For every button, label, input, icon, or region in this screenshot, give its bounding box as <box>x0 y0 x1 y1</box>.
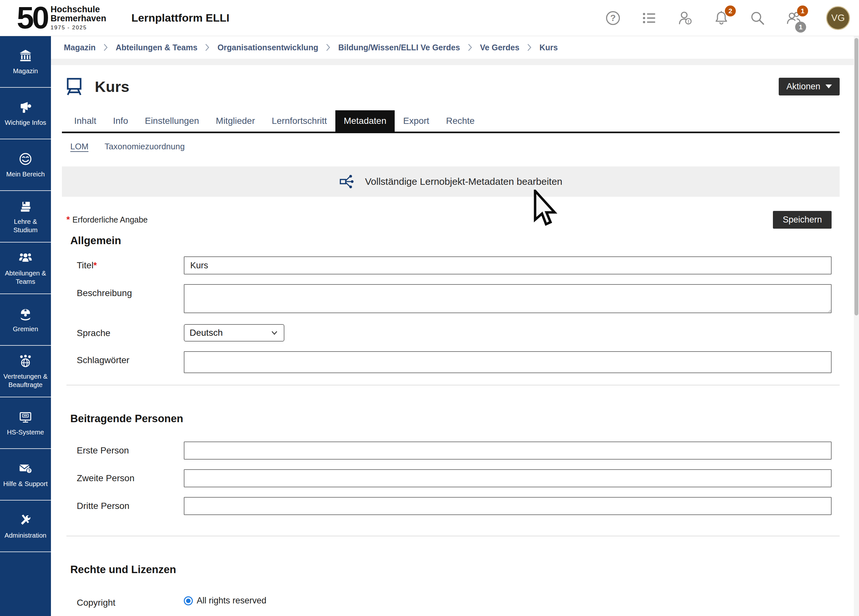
books-icon <box>18 199 33 214</box>
edit-full-metadata-banner[interactable]: Vollständige Lernobjekt-Metadaten bearbe… <box>62 166 840 197</box>
breadcrumb-item[interactable]: Kurs <box>539 43 558 52</box>
sidebar-item-wichtige-infos[interactable]: Wichtige Infos <box>0 88 51 139</box>
section-divider <box>66 385 840 385</box>
tab-lernfortschritt[interactable]: Lernfortschritt <box>264 110 335 131</box>
sidebar-filler <box>0 552 51 616</box>
subtab-bar: LOM Taxonomiezuordnung <box>62 142 840 152</box>
sidebar-item-hilfe-support[interactable]: ? Hilfe & Support <box>0 449 51 500</box>
form-row-titel: Titel* <box>62 256 840 274</box>
tab-mitglieder[interactable]: Mitglieder <box>207 110 263 131</box>
contacts-badge-bottom: 1 <box>795 22 806 33</box>
search-icon[interactable] <box>750 10 765 26</box>
copyright-label: Copyright <box>62 594 184 608</box>
section-title-allgemein: Allgemein <box>70 235 840 247</box>
tools-icon <box>18 513 33 528</box>
tab-einstellungen[interactable]: Einstellungen <box>136 110 207 131</box>
dritte-person-label: Dritte Person <box>62 497 184 511</box>
page-title: Kurs <box>95 78 129 95</box>
chevron-right-icon <box>468 44 472 51</box>
titel-label-text: Titel <box>77 260 94 270</box>
banner-label: Vollständige Lernobjekt-Metadaten bearbe… <box>365 176 562 187</box>
tab-rechte[interactable]: Rechte <box>437 110 483 131</box>
section-title-rechte-lizenzen: Rechte und Lizenzen <box>70 563 840 576</box>
sidebar-label: Lehre & Studium <box>1 217 50 234</box>
erste-person-label: Erste Person <box>62 441 184 456</box>
sidebar-item-lehre-studium[interactable]: Lehre & Studium <box>0 191 51 242</box>
sidebar-item-hs-systeme[interactable]: HS-Systeme <box>0 397 51 449</box>
sidebar-label: Gremien <box>13 325 38 333</box>
svg-text:!: ! <box>687 19 689 24</box>
form-row-sprache: Sprache Deutsch <box>62 324 840 342</box>
user-alert-icon[interactable]: ! <box>677 10 693 26</box>
copyright-radio-row: All rights reserved <box>184 594 832 606</box>
notifications-badge: 2 <box>725 5 736 16</box>
tab-info[interactable]: Info <box>105 110 137 131</box>
vertical-scrollbar[interactable] <box>854 36 859 616</box>
chevron-right-icon <box>326 44 331 51</box>
university-logo[interactable]: 50 Hochschule Bremerhaven 1975 - 2025 <box>17 4 106 31</box>
breadcrumb-item[interactable]: Magazin <box>64 43 96 52</box>
avatar[interactable]: VG <box>826 6 850 30</box>
svg-text:?: ? <box>28 468 30 473</box>
breadcrumb-item[interactable]: Abteilungen & Teams <box>116 43 198 52</box>
sprache-select[interactable]: Deutsch <box>184 324 284 342</box>
breadcrumb-item[interactable]: Organisationsentwicklung <box>217 43 318 52</box>
speichern-button[interactable]: Speichern <box>773 211 832 229</box>
subtab-lom[interactable]: LOM <box>70 142 88 152</box>
zweite-person-input[interactable] <box>184 469 832 487</box>
sidebar-label: Administration <box>5 531 47 539</box>
chevron-down-icon <box>270 328 279 337</box>
form-head-row: * Erforderliche Angabe Speichern <box>62 211 840 229</box>
chevron-right-icon <box>103 44 108 51</box>
beschreibung-textarea[interactable] <box>184 284 832 313</box>
sidebar-item-administration[interactable]: Administration <box>0 500 51 552</box>
erste-person-input[interactable] <box>184 441 832 460</box>
contacts-icon[interactable]: 1 1 <box>786 10 801 26</box>
app-title: Lernplattform ELLI <box>131 12 229 24</box>
chevron-right-icon <box>205 44 209 51</box>
breadcrumb: Magazin Abteilungen & Teams Organisation… <box>51 36 859 59</box>
sidebar-label: HS-Systeme <box>7 428 44 436</box>
form-row-beschreibung: Beschreibung <box>62 284 840 314</box>
sidebar-item-gremien[interactable]: Gremien <box>0 294 51 346</box>
tab-inhalt[interactable]: Inhalt <box>66 110 105 131</box>
form-row-schlagwoerter: Schlagwörter <box>62 351 840 373</box>
page-title-row: Kurs Aktionen <box>62 77 840 96</box>
sidebar-item-vertretungen-beauftragte[interactable]: Vertretungen & Beauftragte <box>0 346 51 397</box>
sidebar-label: Hilfe & Support <box>3 480 48 488</box>
top-header: 50 Hochschule Bremerhaven 1975 - 2025 Le… <box>0 0 859 36</box>
tab-metadaten[interactable]: Metadaten <box>335 110 395 131</box>
bank-icon <box>18 48 33 63</box>
required-hint: * Erforderliche Angabe <box>66 215 148 225</box>
sidebar-item-abteilungen-teams[interactable]: Abteilungen & Teams <box>0 242 51 294</box>
breadcrumb-item[interactable]: Bildung/Wissen/ELLI Ve Gerdes <box>338 43 460 52</box>
titel-input[interactable] <box>184 256 832 274</box>
monitor-icon <box>18 410 33 424</box>
form-row-copyright: Copyright All rights reserved <box>62 594 840 608</box>
subtab-taxonomiezuordnung[interactable]: Taxonomiezuordnung <box>105 142 185 152</box>
copyright-option-label: All rights reserved <box>197 596 266 606</box>
people-group-icon <box>18 250 33 266</box>
sidebar-item-magazin[interactable]: Magazin <box>0 36 51 88</box>
list-menu-icon[interactable] <box>641 10 657 26</box>
main-sidebar: Magazin Wichtige Infos Mein Bereich Lehr… <box>0 36 51 616</box>
breadcrumb-item[interactable]: Ve Gerdes <box>480 43 520 52</box>
notifications-bell-icon[interactable]: 2 <box>713 10 729 26</box>
beschreibung-label: Beschreibung <box>62 284 184 298</box>
smiley-icon <box>18 152 33 166</box>
form-row-zweite-person: Zweite Person <box>62 469 840 487</box>
aktionen-button[interactable]: Aktionen <box>779 78 840 95</box>
sidebar-label: Magazin <box>13 67 38 75</box>
caret-down-icon <box>825 84 832 88</box>
schlagwoerter-input[interactable] <box>184 351 832 373</box>
dritte-person-input[interactable] <box>184 497 832 515</box>
copyright-radio-selected[interactable] <box>184 596 193 605</box>
scrollbar-thumb[interactable] <box>854 38 858 316</box>
help-icon[interactable]: ? <box>605 10 621 26</box>
contacts-badge-top: 1 <box>797 5 808 16</box>
titel-required-asterisk: * <box>94 261 97 270</box>
mail-help-icon: ? <box>18 461 33 476</box>
required-asterisk: * <box>66 215 70 225</box>
tab-export[interactable]: Export <box>395 110 437 131</box>
sidebar-item-mein-bereich[interactable]: Mein Bereich <box>0 139 51 191</box>
